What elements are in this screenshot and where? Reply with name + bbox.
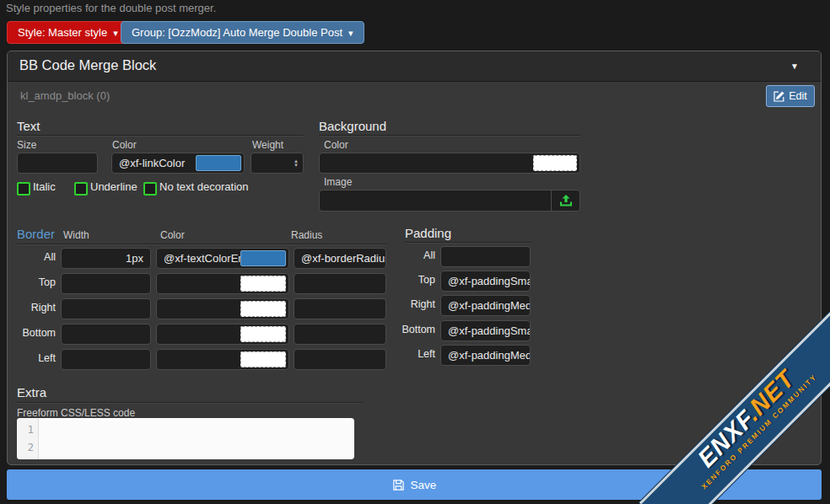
border-width-column: Width [63, 229, 89, 241]
edit-button-label: Edit [789, 90, 807, 102]
color-swatch[interactable] [240, 276, 286, 292]
section-divider [17, 402, 363, 404]
extra-section-title: Extra [17, 385, 46, 399]
style-selector-label: Style: Master style [18, 26, 107, 39]
color-swatch[interactable] [533, 155, 577, 171]
background-section-title: Background [319, 119, 386, 133]
section-divider [405, 242, 531, 244]
border-right-radius-input[interactable] [294, 298, 386, 319]
padding-row-label: Left [390, 348, 435, 360]
border-left-width-input[interactable] [61, 349, 151, 370]
caret-down-icon: ▾ [348, 28, 353, 38]
background-color-label: Color [324, 139, 348, 151]
text-section-title: Text [17, 119, 40, 133]
italic-checkbox-label: Italic [33, 180, 56, 193]
edit-button[interactable]: Edit [766, 85, 815, 107]
code-content[interactable]: text-align: center; margin: @xf-elementS… [39, 418, 223, 459]
color-swatch[interactable] [240, 301, 286, 317]
style-selector-button[interactable]: Style: Master style▾ [7, 21, 129, 44]
text-size-input[interactable] [17, 153, 98, 174]
collapse-chevron-icon: ▼ [790, 62, 799, 71]
border-top-width-input[interactable] [61, 273, 151, 294]
padding-top-input[interactable]: @xf-paddingSmall [440, 271, 531, 292]
border-top-radius-input[interactable] [294, 273, 386, 294]
underline-checkbox-label: Underline [90, 180, 137, 193]
padding-section-title: Padding [405, 226, 451, 240]
padding-bottom-input[interactable]: @xf-paddingSmall [440, 320, 531, 341]
page-hint: Style properties for the double post mer… [6, 2, 216, 14]
number-spinner[interactable]: ▲▼ [294, 159, 299, 168]
border-section-title[interactable]: Border [17, 227, 55, 241]
line-number-gutter: 1 2 [17, 418, 39, 459]
padding-row-label: Top [390, 274, 435, 286]
border-left-color-input[interactable] [156, 349, 289, 370]
background-color-input[interactable] [319, 153, 580, 174]
border-bottom-color-input[interactable] [156, 324, 289, 345]
section-divider [319, 135, 580, 137]
code-line: text-align: center; [45, 456, 223, 459]
panel-title: BB Code Merge Block [19, 57, 156, 73]
text-size-label: Size [17, 139, 36, 151]
background-image-label: Image [324, 176, 352, 188]
color-swatch[interactable] [240, 326, 286, 342]
text-weight-input[interactable]: ▲▼ [251, 153, 304, 174]
css-value: center [121, 458, 159, 459]
border-all-color-input[interactable]: @xf-textColorEm [156, 248, 289, 269]
color-swatch[interactable] [196, 155, 241, 171]
line-number: 1 [17, 421, 34, 438]
color-swatch[interactable] [240, 351, 286, 367]
color-swatch[interactable] [240, 250, 286, 266]
border-row-label: Top [7, 276, 56, 288]
css-punctuation: ; [159, 458, 165, 459]
border-row-label: Left [7, 352, 56, 364]
section-divider [17, 244, 386, 245]
image-upload-button[interactable] [551, 190, 579, 211]
text-color-input[interactable]: @xf-linkColor [111, 153, 245, 174]
panel-header[interactable]: BB Code Merge Block ▼ [8, 51, 821, 82]
border-bottom-radius-input[interactable] [294, 324, 386, 345]
border-row-label: Right [7, 302, 56, 314]
freeform-css-label: Freeform CSS/LESS code [17, 407, 135, 419]
line-number: 2 [17, 438, 34, 456]
floppy-disk-icon [392, 479, 405, 491]
border-top-color-input[interactable] [156, 273, 289, 294]
caret-down-icon: ▾ [113, 28, 118, 38]
border-row-label: Bottom [7, 327, 56, 339]
css-code-editor[interactable]: 1 2 text-align: center; margin: @xf-elem… [17, 418, 354, 459]
italic-checkbox[interactable] [17, 182, 30, 196]
border-right-width-input[interactable] [61, 298, 151, 319]
padding-right-input[interactable]: @xf-paddingMediu [440, 295, 531, 316]
property-internal-name: kl_amdp_block (0) [20, 89, 110, 102]
border-color-column: Color [160, 229, 185, 241]
border-right-color-input[interactable] [156, 298, 289, 319]
no-text-decoration-checkbox[interactable] [143, 182, 157, 196]
css-punctuation: : [108, 458, 121, 459]
border-bottom-width-input[interactable] [61, 324, 151, 345]
save-button-label: Save [411, 479, 437, 491]
text-color-label: Color [112, 139, 137, 151]
padding-all-input[interactable] [440, 246, 531, 267]
section-divider [17, 135, 304, 137]
upload-icon [559, 195, 573, 206]
group-selector-button[interactable]: Group: [OzzModz] Auto Merge Double Post▾ [121, 21, 364, 44]
pencil-square-icon [773, 91, 784, 102]
padding-row-label: Bottom [390, 324, 435, 335]
screen: Style properties for the double post mer… [0, 0, 830, 504]
border-all-width-input[interactable]: 1px [61, 248, 151, 269]
border-all-color-value: @xf-textColorEm [157, 249, 240, 268]
border-left-radius-input[interactable] [294, 349, 386, 370]
group-selector-label: Group: [OzzModz] Auto Merge Double Post [132, 26, 342, 39]
border-radius-column: Radius [291, 229, 322, 241]
no-text-decoration-checkbox-label: No text decoration [159, 180, 249, 193]
padding-row-label: Right [390, 298, 435, 310]
underline-checkbox[interactable] [74, 182, 88, 196]
text-weight-label: Weight [252, 139, 283, 151]
border-all-radius-input[interactable]: @xf-borderRadiusM [294, 248, 386, 269]
background-image-input[interactable] [319, 190, 580, 212]
save-button[interactable]: Save [7, 469, 822, 500]
padding-row-label: All [390, 249, 435, 261]
spinner-down-icon: ▼ [294, 164, 299, 168]
css-property: text-align [45, 458, 108, 459]
padding-left-input[interactable]: @xf-paddingMediu [440, 345, 531, 366]
text-color-value: @xf-linkColor [112, 153, 196, 173]
